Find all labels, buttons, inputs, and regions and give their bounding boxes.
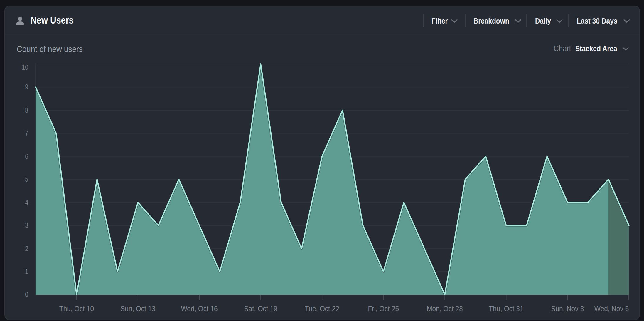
svg-text:Tue, Oct 22: Tue, Oct 22: [305, 305, 339, 313]
svg-text:Sun, Nov 3: Sun, Nov 3: [551, 305, 584, 313]
svg-text:8: 8: [25, 106, 28, 114]
svg-text:Wed, Nov 6: Wed, Nov 6: [594, 305, 629, 313]
svg-text:7: 7: [25, 129, 28, 137]
svg-text:2: 2: [25, 245, 28, 253]
svg-text:Thu, Oct 10: Thu, Oct 10: [59, 305, 94, 313]
svg-text:Mon, Oct 28: Mon, Oct 28: [427, 305, 463, 313]
svg-text:10: 10: [22, 63, 28, 71]
svg-text:6: 6: [25, 152, 28, 160]
svg-text:5: 5: [25, 175, 28, 183]
svg-text:Sat, Oct 19: Sat, Oct 19: [244, 305, 277, 313]
svg-text:Wed, Oct 16: Wed, Oct 16: [181, 305, 218, 313]
svg-text:1: 1: [25, 268, 28, 276]
svg-text:3: 3: [25, 222, 28, 230]
svg-text:4: 4: [25, 198, 28, 206]
svg-text:Thu, Oct 31: Thu, Oct 31: [489, 305, 523, 313]
svg-text:Sun, Oct 13: Sun, Oct 13: [120, 305, 155, 313]
svg-text:0: 0: [25, 291, 28, 299]
svg-text:9: 9: [25, 83, 28, 91]
svg-text:Fri, Oct 25: Fri, Oct 25: [368, 305, 399, 313]
